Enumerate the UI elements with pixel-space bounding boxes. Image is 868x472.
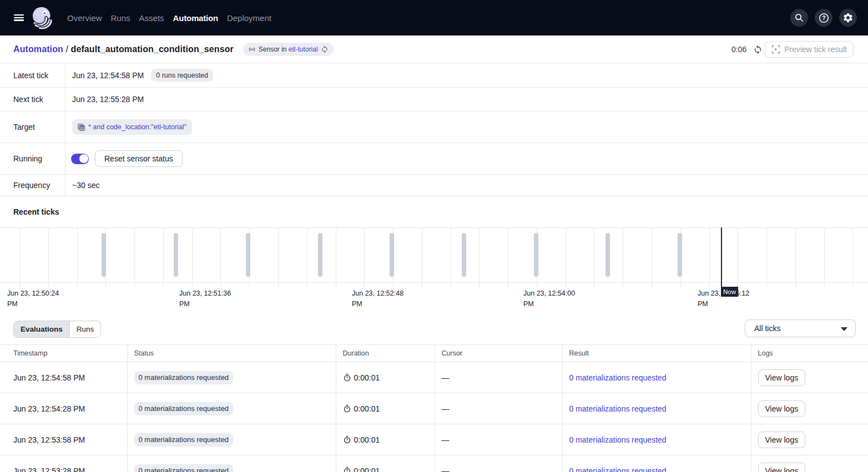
svg-text:?: ? xyxy=(822,14,825,21)
